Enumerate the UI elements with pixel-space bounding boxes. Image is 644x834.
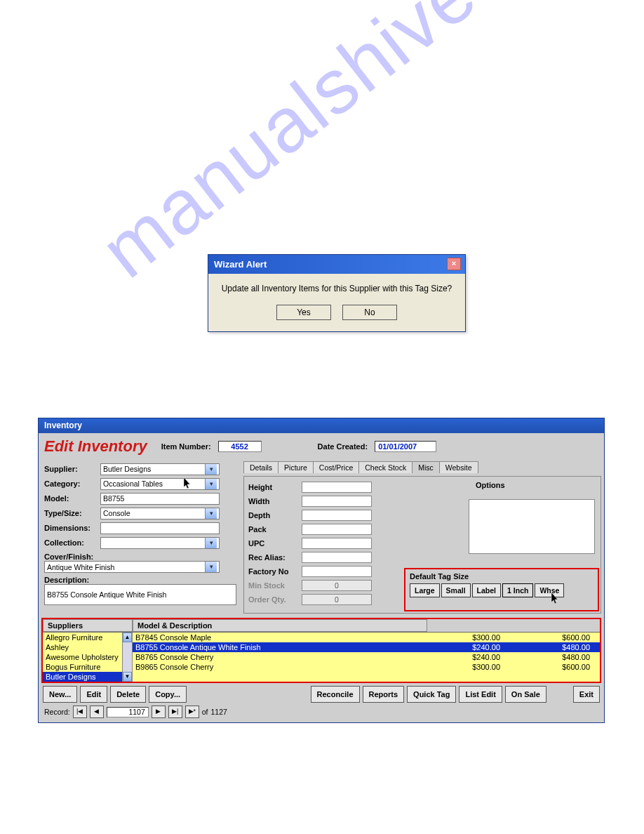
tab-picture[interactable]: Picture: [278, 461, 314, 473]
description-input[interactable]: [44, 584, 236, 605]
collection-label: Collection:: [44, 538, 100, 547]
table-row[interactable]: B8765 Console Cherry$240.00$480.00: [133, 652, 600, 662]
min-stock-input: [302, 580, 372, 591]
supplier-row[interactable]: Ashley: [43, 642, 132, 652]
tag-size-label: Default Tag Size: [410, 572, 593, 581]
options-list[interactable]: [469, 499, 595, 554]
date-created-value: 01/01/2007: [375, 441, 436, 452]
table-row[interactable]: B8755 Console Antique White Finish$240.0…: [133, 642, 600, 652]
item-number-value: 4552: [218, 441, 262, 452]
right-column: Details Picture Cost/Price Check Stock M…: [243, 460, 601, 614]
depth-label: Depth: [248, 511, 302, 519]
quick-tag-button[interactable]: Quick Tag: [407, 686, 456, 703]
nav-last-button[interactable]: ▶|: [168, 706, 182, 718]
min-stock-label: Min Stock: [248, 581, 302, 590]
tag-small-button[interactable]: Small: [441, 583, 471, 597]
supplier-row[interactable]: Awesome Upholstery: [43, 652, 132, 662]
supplier-row[interactable]: Butler Designs: [43, 672, 132, 682]
factory-no-input[interactable]: [302, 566, 372, 577]
delete-button[interactable]: Delete: [110, 686, 146, 703]
edit-button[interactable]: Edit: [80, 686, 107, 703]
button-bar: New... Edit Delete Copy... Reconcile Rep…: [41, 683, 601, 704]
tab-bar: Details Picture Cost/Price Check Stock M…: [243, 461, 601, 473]
width-label: Width: [248, 497, 302, 505]
alert-message: Update all Inventory Items for this Supp…: [217, 284, 457, 293]
alert-title-text: Wizard Alert: [214, 259, 267, 270]
cover-combo[interactable]: Antique White Finish▾: [44, 561, 220, 573]
table-row[interactable]: B7845 Console Maple$300.00$600.00: [133, 633, 600, 642]
model-input[interactable]: [100, 493, 220, 505]
pack-label: Pack: [248, 525, 302, 534]
dimensions-label: Dimensions:: [44, 524, 100, 532]
on-sale-button[interactable]: On Sale: [505, 686, 546, 703]
factory-no-label: Factory No: [248, 567, 302, 576]
reconcile-button[interactable]: Reconcile: [311, 686, 360, 703]
height-label: Height: [248, 483, 302, 491]
supplier-scrollbar[interactable]: ▲ ▼: [122, 633, 132, 682]
depth-input[interactable]: [302, 510, 372, 521]
items-list: B7845 Console Maple$300.00$600.00 B8755 …: [133, 633, 600, 682]
tab-details[interactable]: Details: [243, 461, 279, 473]
chevron-down-icon[interactable]: ▾: [205, 538, 217, 548]
upc-input[interactable]: [302, 538, 372, 549]
chevron-down-icon[interactable]: ▾: [205, 562, 217, 572]
list-edit-button[interactable]: List Edit: [459, 686, 502, 703]
rec-alias-input[interactable]: [302, 552, 372, 563]
pack-input[interactable]: [302, 524, 372, 535]
inventory-window: Inventory Edit Inventory Item Number: 45…: [38, 418, 605, 723]
rec-alias-label: Rec Alias:: [248, 553, 302, 562]
misc-tab-panel: Height Width Depth Pack UPC Rec Alias: F…: [243, 476, 601, 614]
nav-first-button[interactable]: |◀: [73, 706, 87, 718]
tab-costprice[interactable]: Cost/Price: [313, 461, 359, 473]
close-icon[interactable]: ×: [447, 258, 461, 270]
cover-label: Cover/Finish:: [44, 552, 236, 561]
options-group: Options: [469, 481, 595, 554]
model-label: Model:: [44, 494, 100, 503]
col-header-suppliers[interactable]: Suppliers: [43, 619, 133, 632]
tab-misc[interactable]: Misc: [412, 461, 440, 473]
wizard-alert-dialog: Wizard Alert × Update all Inventory Item…: [208, 254, 466, 332]
nav-new-button[interactable]: ▶*: [185, 706, 199, 718]
chevron-down-icon[interactable]: ▾: [205, 479, 217, 489]
category-combo[interactable]: Occasional Tables▾: [100, 478, 220, 490]
tag-label-button[interactable]: Label: [472, 583, 501, 597]
supplier-row[interactable]: Bogus Furniture: [43, 662, 132, 672]
left-form-column: Supplier: Butler Designs▾ Category: Occa…: [41, 460, 241, 614]
supplier-row[interactable]: Allegro Furniture: [43, 633, 132, 642]
suppliers-list: Allegro Furniture Ashley Awesome Upholst…: [43, 633, 133, 682]
table-row[interactable]: B9865 Console Cherry$300.00$600.00: [133, 662, 600, 672]
col-header-model[interactable]: Model & Description: [133, 619, 427, 632]
reports-button[interactable]: Reports: [363, 686, 405, 703]
scroll-down-icon[interactable]: ▼: [123, 672, 132, 682]
upc-label: UPC: [248, 539, 302, 548]
tag-1inch-button[interactable]: 1 Inch: [502, 583, 533, 597]
tag-whse-button[interactable]: Whse: [535, 583, 564, 597]
chevron-down-icon[interactable]: ▾: [205, 464, 217, 475]
watermark-text: manualshive.com: [84, 0, 629, 295]
typesize-combo[interactable]: Console▾: [100, 508, 220, 519]
supplier-combo[interactable]: Butler Designs▾: [100, 463, 220, 475]
supplier-label: Supplier:: [44, 465, 100, 473]
record-total: 1127: [211, 708, 227, 716]
copy-button[interactable]: Copy...: [149, 686, 187, 703]
exit-button[interactable]: Exit: [573, 686, 600, 703]
category-label: Category:: [44, 479, 100, 488]
record-label: Record:: [44, 708, 70, 716]
record-position-input[interactable]: [107, 707, 149, 717]
scroll-up-icon[interactable]: ▲: [123, 633, 132, 642]
nav-prev-button[interactable]: ◀: [90, 706, 104, 718]
dimensions-input[interactable]: [100, 522, 220, 534]
nav-next-button[interactable]: ▶: [152, 706, 166, 718]
width-input[interactable]: [302, 496, 372, 507]
tag-large-button[interactable]: Large: [410, 583, 440, 597]
page-title: Edit Inventory: [44, 437, 147, 456]
height-input[interactable]: [302, 482, 372, 493]
chevron-down-icon[interactable]: ▾: [205, 508, 217, 519]
tab-website[interactable]: Website: [439, 461, 478, 473]
record-navigator: Record: |◀ ◀ ▶ ▶| ▶* of 1127: [41, 704, 601, 720]
new-button[interactable]: New...: [43, 686, 77, 703]
collection-combo[interactable]: ▾: [100, 537, 220, 549]
tab-checkstock[interactable]: Check Stock: [358, 461, 412, 473]
yes-button[interactable]: Yes: [276, 305, 331, 320]
no-button[interactable]: No: [342, 305, 397, 320]
